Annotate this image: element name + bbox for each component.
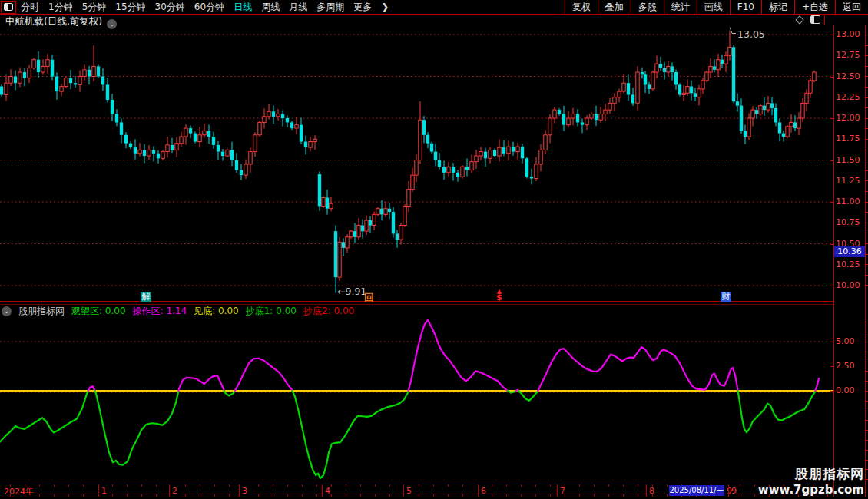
- axis-tick: [865, 139, 868, 140]
- week-tick: [302, 484, 303, 487]
- week-tick: [594, 484, 595, 487]
- week-tick: [535, 494, 536, 497]
- dividend-badge[interactable]: ▲$: [496, 289, 502, 301]
- menu-item-多周期[interactable]: 多周期: [312, 1, 349, 14]
- axis-tick: [865, 118, 868, 119]
- menu-item-30分钟[interactable]: 30分钟: [151, 1, 190, 14]
- week-tick: [127, 484, 128, 487]
- week-tick: [287, 494, 288, 497]
- axis-border-line: [833, 25, 834, 497]
- axis-tick: [865, 275, 868, 276]
- tool-button-F10[interactable]: F10: [730, 0, 761, 15]
- week-tick: [419, 484, 419, 487]
- indicator-name[interactable]: 股朋指标网: [18, 305, 65, 318]
- week-tick: [565, 494, 565, 497]
- week-tick: [638, 484, 638, 487]
- week-tick: [273, 484, 273, 487]
- week-tick: [258, 484, 259, 487]
- week-tick: [214, 484, 215, 487]
- price-label-12.25: 12.25: [836, 93, 864, 102]
- date-axis: 2024年 2025/08/11/一 9 123456789: [0, 484, 834, 497]
- week-tick: [579, 484, 580, 487]
- week-tick: [185, 484, 186, 487]
- week-tick: [521, 494, 522, 497]
- axis-tick: [865, 128, 868, 129]
- week-tick: [39, 494, 40, 497]
- menu-item-分时[interactable]: 分时: [16, 1, 44, 14]
- chevron-down-icon[interactable]: ⌄: [2, 306, 12, 316]
- axis-tick: [830, 160, 833, 161]
- tool-button-标记[interactable]: 标记: [761, 0, 794, 15]
- week-tick: [10, 494, 11, 497]
- week-tick: [54, 494, 55, 497]
- week-tick: [200, 484, 200, 487]
- year-label: 2024年: [4, 486, 34, 497]
- axis-tick: [865, 322, 868, 322]
- axis-tick: [830, 118, 833, 119]
- week-tick: [141, 484, 142, 487]
- menu-item-60分钟[interactable]: 60分钟: [190, 1, 229, 14]
- price-label-12.75: 12.75: [836, 51, 864, 60]
- week-tick: [492, 494, 492, 497]
- menu-item-5分钟[interactable]: 5分钟: [78, 1, 111, 14]
- indicator-field-抄底2: 抄底2: 0.00: [303, 305, 354, 318]
- menu-item-1分钟[interactable]: 1分钟: [44, 1, 78, 14]
- week-tick: [229, 484, 230, 487]
- axis-tick: [865, 264, 868, 265]
- event-badge-解[interactable]: 解: [141, 292, 151, 302]
- axis-tick: [865, 150, 868, 150]
- price-label-11.25: 11.25: [836, 177, 864, 186]
- tool-button-多股[interactable]: 多股: [631, 0, 664, 15]
- title-divider: [824, 15, 825, 25]
- window-icon[interactable]: [810, 15, 820, 24]
- month-tick-3: [239, 484, 240, 497]
- menu-item-周线[interactable]: 周线: [257, 1, 284, 14]
- tool-button-画线[interactable]: 画线: [697, 0, 730, 15]
- week-tick: [579, 494, 580, 497]
- week-tick: [331, 484, 332, 487]
- price-label-11.00: 11.00: [836, 197, 864, 207]
- tool-button-返回[interactable]: 返回: [835, 0, 868, 15]
- axis-tick: [865, 391, 868, 392]
- tool-button-叠加[interactable]: 叠加: [598, 0, 631, 15]
- week-tick: [360, 484, 361, 487]
- window-split-icon[interactable]: [1, 1, 16, 14]
- week-tick: [375, 494, 376, 497]
- week-tick: [506, 494, 507, 497]
- week-tick: [112, 484, 113, 487]
- axis-tick: [830, 342, 833, 342]
- candlestick-chart[interactable]: 13.05←9.91: [0, 25, 833, 301]
- axis-tick: [830, 244, 833, 245]
- month-label-4: 4: [325, 486, 330, 496]
- week-tick: [462, 484, 463, 487]
- tool-button-复权[interactable]: 复权: [565, 0, 598, 15]
- menu-item-更多[interactable]: 更多: [349, 1, 376, 14]
- menu-item-15分钟[interactable]: 15分钟: [111, 1, 150, 14]
- axis-tick: [865, 66, 868, 67]
- axis-tick: [865, 440, 868, 441]
- menu-item-日线[interactable]: 日线: [229, 1, 257, 14]
- axis-tick: [865, 87, 868, 88]
- month-label-6: 6: [481, 486, 486, 496]
- axis-tick: [865, 191, 868, 192]
- tools-menu: 复权叠加多股统计画线F10标记+自选返回: [565, 0, 868, 15]
- week-tick: [316, 484, 317, 487]
- month-tick-5: [403, 484, 404, 497]
- date-box: 2025/08/11/一: [669, 485, 724, 496]
- oscillator-chart[interactable]: [0, 304, 833, 484]
- price-label-12.50: 12.50: [836, 72, 864, 81]
- week-tick: [331, 494, 332, 497]
- axis-tick: [830, 286, 833, 286]
- diamond-icon[interactable]: [795, 15, 803, 24]
- price-label-10.00: 10.00: [836, 281, 864, 290]
- menu-item-❯[interactable]: ❯: [376, 2, 393, 12]
- week-tick: [375, 484, 376, 487]
- week-tick: [506, 484, 507, 487]
- tool-button-+自选[interactable]: +自选: [794, 0, 835, 15]
- event-badge-回[interactable]: 回: [364, 292, 374, 302]
- tool-button-统计[interactable]: 统计: [664, 0, 697, 15]
- menu-item-月线[interactable]: 月线: [284, 1, 312, 14]
- event-badge-财[interactable]: 财: [721, 292, 731, 302]
- ind-label-2.50: 2.50: [836, 362, 864, 371]
- week-tick: [550, 484, 551, 487]
